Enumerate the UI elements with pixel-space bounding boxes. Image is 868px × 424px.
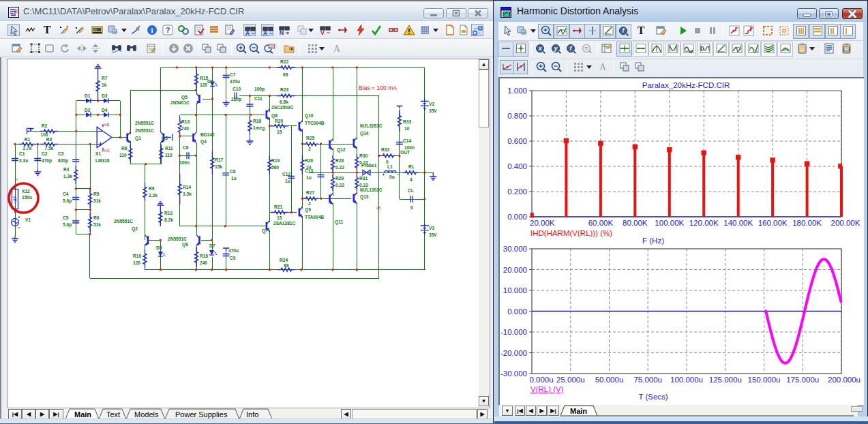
svg-text:200.00K: 200.00K <box>831 219 860 227</box>
svg-text:R8: R8 <box>121 146 128 151</box>
svg-text:Q2: Q2 <box>132 226 138 232</box>
svg-text:TTC004B: TTC004B <box>305 121 325 125</box>
svg-text:R26: R26 <box>305 158 313 163</box>
svg-text:110: 110 <box>165 153 173 157</box>
svg-text:IHD(HARM(V(RL))) (%): IHD(HARM(V(RL))) (%) <box>530 229 612 237</box>
svg-text:?: ? <box>166 26 170 34</box>
svg-text:OUT: OUT <box>400 150 410 155</box>
svg-text:2.2k: 2.2k <box>149 193 158 198</box>
svg-text:100n: 100n <box>179 160 190 165</box>
svg-text:0.22: 0.22 <box>359 183 368 187</box>
svg-text:25: 25 <box>376 206 381 210</box>
svg-text:C13: C13 <box>305 168 313 173</box>
svg-text:Paralax_20kHz-FCD.CIR: Paralax_20kHz-FCD.CIR <box>642 81 730 89</box>
svg-text:100p: 100p <box>254 87 265 92</box>
svg-text:51k: 51k <box>93 222 101 227</box>
svg-text:220p: 220p <box>231 97 241 102</box>
svg-text:R20: R20 <box>275 119 283 123</box>
svg-text:n: n <box>16 177 18 181</box>
svg-text:0.200: 0.200 <box>507 187 527 196</box>
svg-text:Q7: Q7 <box>262 228 268 234</box>
svg-text:75.000u: 75.000u <box>633 376 662 384</box>
svg-text:25.000u: 25.000u <box>556 376 585 384</box>
svg-text:100: 100 <box>40 132 48 137</box>
svg-text:Text: Text <box>106 410 120 419</box>
svg-text:-20.000: -20.000 <box>500 349 527 357</box>
svg-text:MJL1302C: MJL1302C <box>360 187 383 192</box>
svg-text:150u: 150u <box>22 195 32 200</box>
svg-text:15: 15 <box>277 130 282 134</box>
svg-text:R19: R19 <box>271 158 280 163</box>
svg-text:R11: R11 <box>165 146 173 151</box>
svg-text:2.7k: 2.7k <box>23 146 32 151</box>
svg-text:60.00K: 60.00K <box>588 219 614 227</box>
svg-text:20.000: 20.000 <box>503 266 527 274</box>
svg-text:20.00K: 20.00K <box>530 219 555 227</box>
svg-text:R29: R29 <box>335 176 344 181</box>
svg-text:0.000u: 0.000u <box>529 376 553 384</box>
svg-text:Power Supplies: Power Supplies <box>175 410 228 419</box>
svg-text:6.8k: 6.8k <box>280 100 288 104</box>
svg-text:R7: R7 <box>102 76 108 80</box>
svg-text:560: 560 <box>271 165 279 170</box>
svg-text:100n: 100n <box>404 145 415 150</box>
svg-text:X12: X12 <box>22 189 30 194</box>
svg-text:D5: D5 <box>156 245 162 250</box>
svg-text:R17: R17 <box>215 157 223 162</box>
svg-text:120.00K: 120.00K <box>689 219 719 227</box>
svg-text:35V: 35V <box>429 108 437 113</box>
svg-text:1u: 1u <box>285 179 290 183</box>
svg-text:R31: R31 <box>359 176 368 181</box>
svg-text:Q10: Q10 <box>305 113 314 119</box>
svg-text:D4: D4 <box>102 108 108 112</box>
svg-text:2: 2 <box>308 201 311 206</box>
svg-text:D7: D7 <box>209 243 215 248</box>
svg-text:R32: R32 <box>381 147 389 152</box>
svg-text:C8: C8 <box>230 169 236 174</box>
svg-text:Bias = 100 mA: Bias = 100 mA <box>359 85 397 91</box>
svg-text:C9: C9 <box>230 256 236 260</box>
svg-text:10: 10 <box>404 126 410 131</box>
svg-text:R24: R24 <box>280 258 288 262</box>
svg-text:R30: R30 <box>359 153 368 158</box>
svg-text:R1: R1 <box>25 137 31 142</box>
svg-text:D2: D2 <box>85 108 91 112</box>
svg-text:R18: R18 <box>253 119 261 123</box>
svg-text:C10: C10 <box>233 87 241 91</box>
svg-text:N: N <box>280 29 284 36</box>
svg-text:1meg: 1meg <box>253 125 265 131</box>
svg-text:2SA1381C: 2SA1381C <box>273 221 295 226</box>
svg-text:2: 2 <box>308 147 311 151</box>
svg-text:R33: R33 <box>403 119 411 124</box>
svg-text:0u: 0u <box>389 175 395 179</box>
svg-text:100.000u: 100.000u <box>670 376 703 384</box>
svg-text:1.000: 1.000 <box>507 87 527 95</box>
svg-text:C6: C6 <box>183 145 189 150</box>
svg-text:3.3u: 3.3u <box>19 158 28 163</box>
svg-text:R28: R28 <box>335 158 344 163</box>
svg-text:1u: 1u <box>231 176 237 181</box>
svg-text:0.800: 0.800 <box>507 112 527 120</box>
svg-text:V3: V3 <box>429 226 434 230</box>
svg-text:C2: C2 <box>42 151 48 156</box>
svg-text:8.2k: 8.2k <box>164 217 173 222</box>
svg-text:Q8: Q8 <box>271 113 278 119</box>
svg-text:R12: R12 <box>164 211 173 215</box>
svg-text:A: A <box>333 44 341 54</box>
svg-text:C11: C11 <box>254 96 263 101</box>
svg-text:Q3: Q3 <box>162 136 168 141</box>
svg-text:Q14: Q14 <box>360 131 369 136</box>
svg-text:68: 68 <box>284 263 289 268</box>
svg-text:R16: R16 <box>200 254 208 258</box>
svg-text:-30.000: -30.000 <box>500 369 527 378</box>
svg-text:+ΔT: +ΔT <box>13 196 17 204</box>
svg-text:Probe1: Probe1 <box>361 163 377 168</box>
svg-text:5.6p: 5.6p <box>63 222 72 228</box>
svg-text:C14: C14 <box>403 138 411 143</box>
svg-text:Main: Main <box>570 407 587 415</box>
svg-text:F (Hz): F (Hz) <box>642 237 664 245</box>
svg-text:2N5551C: 2N5551C <box>168 237 187 241</box>
svg-text:5.6p: 5.6p <box>63 198 72 204</box>
svg-text:0: 0 <box>410 205 413 210</box>
svg-text:-10.000: -10.000 <box>500 328 527 336</box>
